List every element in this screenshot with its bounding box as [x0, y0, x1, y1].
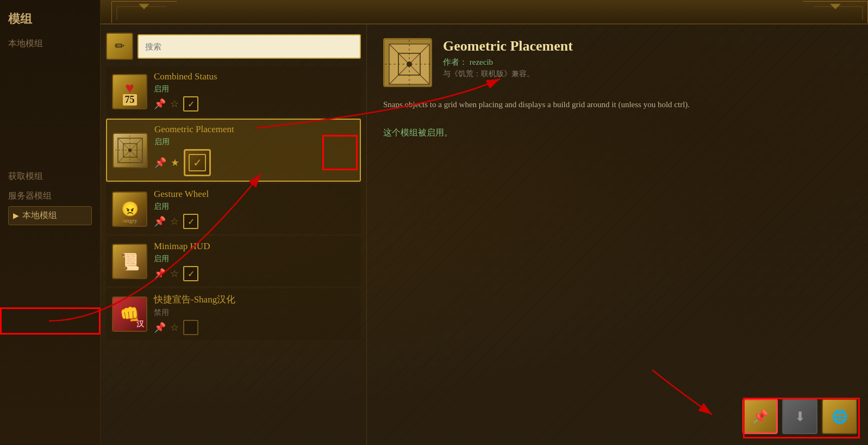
- sidebar-server-mods[interactable]: 服务器模组: [8, 190, 92, 202]
- search-bar-container: ✏: [106, 33, 361, 60]
- mod-actions-geometric: 📌 ★: [154, 149, 354, 176]
- detail-text-block: Geometric Placement 作者： rezecib 与《饥荒：联机版…: [443, 38, 573, 79]
- star-icon-gesture: ☆: [170, 215, 179, 227]
- detail-panel: Geometric Placement 作者： rezecib 与《饥荒：联机版…: [367, 24, 868, 445]
- mod-info-gesture: Gesture Wheel 启用 📌 ☆: [154, 189, 355, 229]
- mod-list-panel: ✏ ♥ 75 Combined Status 启用 📌 ☆: [101, 24, 367, 445]
- mod-info-minimap: Minimap HUD 启用 📌 ☆: [154, 241, 355, 281]
- geo-icon-svg: [115, 135, 145, 165]
- status-number: 75: [123, 94, 137, 106]
- star-icon-geometric: ★: [171, 157, 179, 169]
- checkbox-geometric-selected[interactable]: [184, 149, 211, 176]
- list-item-minimap-hud[interactable]: 📜 Minimap HUD 启用 📌 ☆: [106, 236, 361, 286]
- sidebar-item-label: 本地模组: [22, 210, 57, 221]
- action-btn-globe[interactable]: 🌐: [822, 399, 857, 434]
- mod-info-combined-status: Combined Status 启用 📌 ☆: [154, 71, 355, 112]
- checkbox-minimap[interactable]: [183, 266, 198, 281]
- pencil-icon: ✏: [115, 39, 124, 53]
- mod-status-combined-status: 启用: [154, 84, 355, 94]
- sidebar-title: 模组: [8, 11, 92, 27]
- detail-enabled-status: 这个模组被启用。: [383, 127, 852, 139]
- sidebar-get-mods[interactable]: 获取模组: [8, 171, 92, 182]
- pin-icon-combined: 📌: [154, 98, 166, 110]
- detail-author: 作者： rezecib: [443, 57, 573, 67]
- detail-mod-icon: [383, 38, 432, 87]
- mod-name-minimap: Minimap HUD: [154, 241, 355, 252]
- star-icon-quick: ☆: [170, 322, 179, 333]
- checkbox-quick[interactable]: [183, 320, 198, 335]
- inner-check-icon: [189, 154, 206, 171]
- mod-icon-gesture: 😠 /angry: [112, 191, 147, 227]
- mod-status-gesture: 启用: [154, 202, 355, 212]
- pin-icon-geometric: 📌: [154, 157, 166, 169]
- list-item-geometric-placement[interactable]: Geometric Placement 启用 📌 ★: [106, 119, 361, 182]
- list-item-gesture-wheel[interactable]: 😠 /angry Gesture Wheel 启用 📌 ☆: [106, 184, 361, 234]
- top-border: [101, 0, 868, 24]
- star-icon-combined: ☆: [170, 98, 179, 110]
- sidebar-section-local-top: 本地模组: [8, 38, 92, 50]
- detail-header: Geometric Placement 作者： rezecib 与《饥荒：联机版…: [383, 38, 852, 87]
- mod-icon-minimap: 📜: [112, 244, 147, 279]
- detail-description: Snaps objects to a grid when placing and…: [383, 98, 720, 111]
- pin-icon-gesture: 📌: [154, 215, 166, 227]
- mod-status-minimap: 启用: [154, 254, 355, 264]
- star-icon-minimap: ☆: [170, 268, 179, 280]
- checkbox-gesture[interactable]: [183, 214, 198, 229]
- sidebar-item-arrow: ▶: [13, 211, 19, 220]
- list-item-quick-announce[interactable]: 👊 汉 快捷宣告-Shang汉化 禁用 📌 ☆: [106, 288, 361, 340]
- mod-icon-combined-status: ♥ 75: [112, 74, 147, 109]
- author-label: 作者：: [443, 58, 467, 66]
- mod-status-quick: 禁用: [154, 308, 355, 318]
- mod-info-quick: 快捷宣告-Shang汉化 禁用 📌 ☆: [154, 293, 355, 335]
- sidebar: 模组 本地模组 获取模组 服务器模组 ▶ 本地模组: [0, 0, 101, 445]
- action-btn-down[interactable]: ⬇: [782, 399, 817, 434]
- search-input[interactable]: [138, 34, 361, 59]
- top-deco-left-svg: [111, 1, 177, 23]
- detail-compat: 与《饥荒：联机版》兼容。: [443, 69, 573, 79]
- mod-actions-gesture: 📌 ☆: [154, 214, 355, 229]
- search-icon-button[interactable]: ✏: [106, 33, 133, 60]
- globe-action-icon: 🌐: [832, 409, 848, 424]
- top-deco-right-svg: [803, 1, 868, 23]
- mod-name-gesture: Gesture Wheel: [154, 189, 355, 200]
- mod-name-quick: 快捷宣告-Shang汉化: [154, 293, 355, 306]
- mod-name-geometric: Geometric Placement: [154, 124, 354, 135]
- pin-action-icon: 📌: [752, 409, 769, 424]
- mod-actions-combined-status: 📌 ☆: [154, 96, 355, 112]
- author-name: rezecib: [470, 58, 493, 66]
- mod-info-geometric: Geometric Placement 启用 📌 ★: [154, 124, 354, 176]
- down-action-icon: ⬇: [795, 409, 805, 424]
- detail-title: Geometric Placement: [443, 38, 573, 54]
- action-btn-pin[interactable]: 📌: [742, 399, 778, 434]
- detail-geo-icon-svg: [385, 40, 432, 87]
- pin-icon-quick: 📌: [154, 322, 166, 333]
- list-item-combined-status[interactable]: ♥ 75 Combined Status 启用 📌 ☆: [106, 66, 361, 116]
- mod-actions-minimap: 📌 ☆: [154, 266, 355, 281]
- pin-icon-minimap: 📌: [154, 268, 166, 280]
- minimap-scroll-icon: 📜: [120, 252, 140, 271]
- main-content: ✏ ♥ 75 Combined Status 启用 📌 ☆: [101, 0, 868, 445]
- sidebar-item-local-mods[interactable]: ▶ 本地模组: [8, 206, 92, 225]
- checkbox-combined-status[interactable]: [183, 96, 198, 112]
- mod-name-combined-status: Combined Status: [154, 71, 355, 82]
- mod-status-geometric: 启用: [154, 137, 354, 147]
- bottom-actions: 📌 ⬇ 🌐: [742, 399, 857, 434]
- mod-icon-quick: 👊 汉: [112, 296, 147, 332]
- mod-actions-quick: 📌 ☆: [154, 320, 355, 335]
- gesture-face-icon: 😠: [121, 201, 139, 218]
- mod-icon-geometric: [113, 133, 148, 168]
